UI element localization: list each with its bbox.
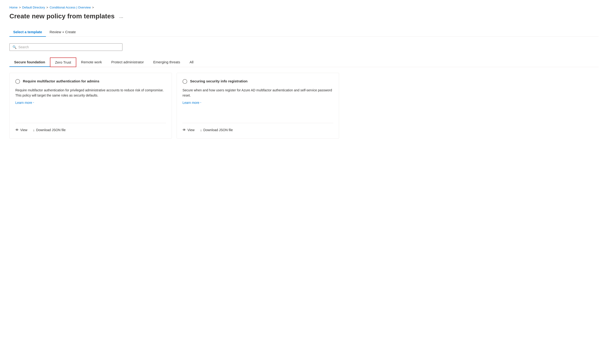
cat-tab-remote-work[interactable]: Remote work — [76, 58, 106, 67]
view-button-2[interactable]: 👁 View — [182, 127, 194, 133]
card-header-1: Require multifactor authentication for a… — [15, 79, 166, 84]
download-json-button-2[interactable]: ↓ Download JSON file — [200, 127, 233, 133]
page-title: Create new policy from templates — [9, 13, 115, 20]
breadcrumb-default-directory[interactable]: Default Directory — [22, 6, 45, 9]
card-radio-1[interactable] — [15, 79, 20, 84]
search-input[interactable] — [18, 45, 119, 49]
download-icon-1: ↓ — [33, 128, 35, 132]
card-body-1: Require multifactor authentication for p… — [15, 88, 166, 119]
card-header-2: Securing security info registration — [182, 79, 333, 84]
external-link-icon-1: ▫ — [33, 101, 34, 105]
external-link-icon-2: ▫ — [200, 101, 201, 105]
ellipsis-button[interactable]: ... — [117, 13, 125, 20]
category-tabs: Secure foundation Zero Trust Remote work… — [9, 57, 599, 67]
policy-card-mfa-admins: Require multifactor authentication for a… — [9, 73, 172, 139]
breadcrumb-home[interactable]: Home — [9, 6, 18, 9]
card-description-1: Require multifactor authentication for p… — [15, 88, 164, 97]
download-icon-2: ↓ — [200, 128, 202, 132]
tab-select-template[interactable]: Select a template — [9, 27, 46, 37]
breadcrumb: Home > Default Directory > Conditional A… — [9, 6, 599, 9]
policy-card-security-info: Securing security info registration Secu… — [177, 73, 339, 139]
card-title-1: Require multifactor authentication for a… — [23, 79, 99, 84]
card-footer-1: 👁 View ↓ Download JSON file — [15, 123, 166, 133]
tab-review-create[interactable]: Review + Create — [46, 27, 80, 37]
search-icon: 🔍 — [13, 45, 16, 49]
card-description-2: Secure when and how users register for A… — [182, 88, 332, 97]
breadcrumb-conditional-access[interactable]: Conditional Access | Overview — [50, 6, 91, 9]
page-title-row: Create new policy from templates ... — [9, 13, 599, 20]
download-json-button-1[interactable]: ↓ Download JSON file — [33, 127, 66, 133]
learn-more-link-1[interactable]: Learn more ▫ — [15, 100, 34, 105]
view-icon-2: 👁 — [182, 128, 186, 132]
card-body-2: Secure when and how users register for A… — [182, 88, 333, 119]
cat-tab-secure-foundation[interactable]: Secure foundation — [9, 58, 50, 67]
cards-grid: Require multifactor authentication for a… — [9, 73, 339, 139]
card-footer-2: 👁 View ↓ Download JSON file — [182, 123, 333, 133]
view-button-1[interactable]: 👁 View — [15, 127, 27, 133]
cat-tab-zero-trust[interactable]: Zero Trust — [50, 57, 76, 67]
cat-tab-protect-admin[interactable]: Protect administrator — [106, 58, 148, 67]
wizard-tabs: Select a template Review + Create — [9, 27, 599, 37]
cat-tab-all[interactable]: All — [185, 58, 198, 67]
cat-tab-emerging-threats[interactable]: Emerging threats — [149, 58, 185, 67]
learn-more-link-2[interactable]: Learn more ▫ — [182, 100, 201, 105]
view-icon-1: 👁 — [15, 128, 19, 132]
search-box: 🔍 — [9, 43, 122, 51]
card-radio-2[interactable] — [182, 79, 187, 84]
card-title-2: Securing security info registration — [190, 79, 247, 84]
